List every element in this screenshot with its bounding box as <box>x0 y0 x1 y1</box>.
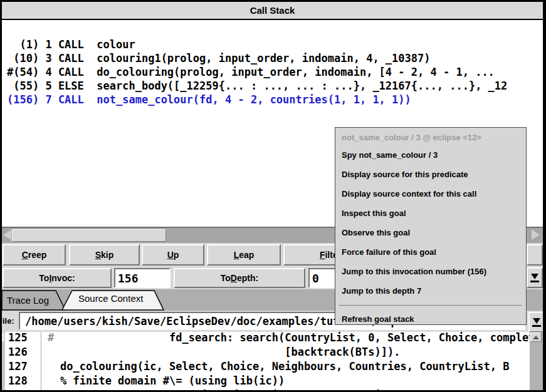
file-dropdown-button[interactable] <box>528 312 543 332</box>
call-stack-window: Call Stack (1) 1 CALL colour (10) 3 CALL… <box>0 0 546 392</box>
stack-line[interactable]: (10) 3 CALL colouring1(prolog, input_ord… <box>2 51 543 65</box>
breakpoint-gutter-marker[interactable] <box>41 359 60 374</box>
window-border <box>0 0 546 2</box>
skip-label-key: S <box>95 250 101 260</box>
to-depth-menubutton[interactable]: To Depth: <box>174 268 305 288</box>
skip-button[interactable]: Skip <box>69 244 140 266</box>
horizontal-scrollbar-thumb[interactable] <box>12 229 166 242</box>
source-line[interactable]: 125# fd_search: search(CountryList, 0, S… <box>2 332 543 345</box>
creep-label-post: reep <box>28 250 47 260</box>
to-invoc-label-post: nvoc: <box>51 273 75 283</box>
spacer <box>2 20 543 38</box>
to-depth-label-post: epth: <box>237 273 258 283</box>
line-number: 126 <box>2 345 41 359</box>
scroll-right-arrow-icon[interactable] <box>532 230 540 240</box>
stack-line[interactable]: #(54) 4 CALL do_colouring(prolog, input_… <box>2 65 543 79</box>
source-line[interactable]: 128% finite domain #\= (using lib(ic)) <box>2 374 543 388</box>
source-code-text: do_colouring(ic, Select, Choice, Neighbo… <box>60 359 543 374</box>
to-depth-label-key: D <box>231 273 237 283</box>
down-arrow-icon <box>531 274 538 279</box>
menu-item-spy[interactable]: Spy not_same_colour / 3 <box>335 145 526 165</box>
goal-context-menu: not_same_colour / 3 @ eclipse <12> Spy n… <box>335 127 527 325</box>
tab-source-context[interactable]: Source Context <box>78 293 143 304</box>
source-line[interactable]: 127do_colouring(ic, Select, Choice, Neig… <box>2 359 543 374</box>
context-menu-header: not_same_colour / 3 @ eclipse <12> <box>335 130 526 145</box>
leap-button[interactable]: Leap <box>207 244 281 266</box>
source-code-text: % finite domain #\= (using lib(ic)) <box>60 374 543 388</box>
creep-button[interactable]: Creep <box>3 244 66 266</box>
button-row-end-box <box>527 244 543 266</box>
invoc-number-input[interactable] <box>114 268 171 288</box>
skip-label-post: kip <box>101 250 113 260</box>
source-code-text: fd_search: search(CountryList, 0, Select… <box>60 332 543 345</box>
stack-line[interactable]: (1) 1 CALL colour <box>2 38 543 51</box>
breakpoint-gutter-marker[interactable]: # <box>41 332 60 345</box>
menu-item-jump-depth[interactable]: Jump to this depth 7 <box>335 281 526 301</box>
source-code-text: [backtrack(BTs)]). <box>60 345 543 359</box>
to-depth-label-pre: To <box>221 273 231 283</box>
menu-item-display-source-context[interactable]: Display source context for this call <box>335 184 526 204</box>
menu-separator <box>339 305 522 306</box>
scroll-up-arrow-icon[interactable] <box>530 333 542 342</box>
menu-item-force-failure[interactable]: Force failure of this goal <box>335 242 526 262</box>
menu-item-display-source-predicate[interactable]: Display source for this predicate <box>335 165 526 184</box>
to-invoc-label-pre: To <box>39 273 49 283</box>
tab-trace-log[interactable]: Trace Log <box>7 295 49 306</box>
stack-line-selected[interactable]: (156) 7 CALL not_same_colour(fd, 4 - 2, … <box>2 93 543 106</box>
filter-label-key: F <box>320 250 325 260</box>
up-label-key: U <box>167 250 174 260</box>
down-arrow-bar-icon <box>530 281 539 282</box>
down-arrow-icon <box>533 318 540 324</box>
leap-label-post: eap <box>239 250 254 260</box>
breakpoint-gutter-marker[interactable] <box>41 374 60 388</box>
window-border <box>0 0 2 392</box>
down-arrow-bar-icon <box>532 325 541 327</box>
file-label: File: <box>2 316 14 326</box>
scroll-left-arrow-icon[interactable] <box>3 230 11 240</box>
up-label-post: p <box>174 250 179 260</box>
line-number: 125 <box>2 332 41 345</box>
menu-item-jump-invocation[interactable]: Jump to this invocation number (156) <box>335 262 526 281</box>
leap-label-key: L <box>234 250 239 260</box>
source-vertical-scrollbar[interactable] <box>530 332 543 390</box>
menu-item-observe-goal[interactable]: Observe this goal <box>335 223 526 242</box>
breakpoint-gutter-marker[interactable] <box>41 345 60 359</box>
line-number: 127 <box>2 359 41 374</box>
line-number: 128 <box>2 374 41 388</box>
source-line[interactable]: 126 [backtrack(BTs)]). <box>2 345 543 359</box>
to-invoc-menubutton[interactable]: To Invoc: <box>3 268 112 288</box>
menu-item-inspect-goal[interactable]: Inspect this goal <box>335 204 526 223</box>
up-button[interactable]: Up <box>142 244 204 266</box>
creep-label-key: C <box>22 250 28 260</box>
source-context-area[interactable]: 125# fd_search: search(CountryList, 0, S… <box>2 332 543 390</box>
jump-row-dropdown-button[interactable] <box>527 267 543 288</box>
stack-line[interactable]: (55) 5 ELSE search_body([_12259{... : ..… <box>2 79 543 93</box>
window-title: Call Stack <box>2 2 543 20</box>
menu-item-refresh-goal-stack[interactable]: Refresh goal stack <box>335 309 526 325</box>
window-border <box>543 0 546 392</box>
